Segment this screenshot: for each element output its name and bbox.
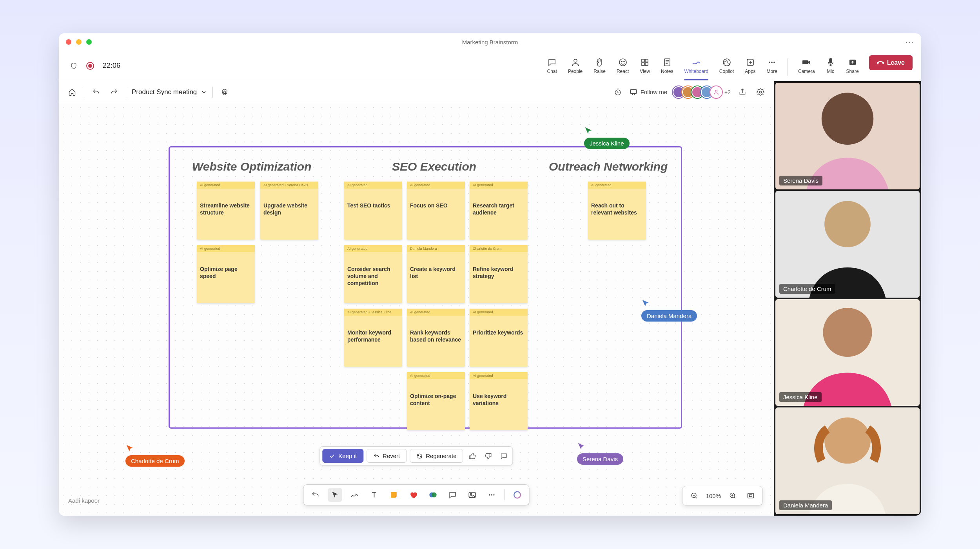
share-whiteboard-button[interactable] [736,86,749,98]
sticky-note[interactable]: AI generatedOptimize on-page content [407,372,465,430]
cursor-icon [584,127,593,135]
timer-button[interactable] [612,86,624,98]
leave-button[interactable]: Leave [869,55,913,70]
tool-undo-button[interactable] [309,488,323,502]
whiteboard-button[interactable]: Whiteboard [679,55,713,76]
sticky-note[interactable]: AI generatedStreamline website structure [197,182,255,240]
window-more-button[interactable]: ··· [905,38,914,47]
people-button[interactable]: People [563,55,588,76]
shield-icon[interactable] [67,60,80,72]
svg-point-13 [773,62,775,63]
tool-sticky-button[interactable] [387,488,401,502]
copilot-button[interactable]: Copilot [714,55,739,76]
chat-button[interactable]: Chat [542,55,563,76]
mic-button[interactable]: Mic [820,55,841,76]
svg-rect-7 [645,63,648,65]
sticky-note[interactable]: Charlotte de CrumRefine keyword strategy [470,245,528,303]
video-name-label: Jessica Kline [779,392,822,402]
avatar-overflow-count[interactable]: +2 [724,89,731,95]
apps-button[interactable]: Apps [739,55,761,76]
minimize-window-button[interactable] [76,39,82,45]
mic-label: Mic [827,69,834,74]
camera-button[interactable]: Camera [793,55,820,76]
keep-it-button[interactable]: Keep it [322,449,363,463]
whiteboard-tools [303,484,530,505]
sticky-note[interactable]: AI generatedReach out to relevant websit… [588,182,646,240]
video-name-label: Charlotte de Crum [779,284,835,294]
avatar[interactable] [710,86,722,98]
tool-reaction-button[interactable] [407,488,421,502]
svg-point-35 [824,201,871,247]
revert-button[interactable]: Revert [367,449,407,463]
raise-hand-button[interactable]: Raise [588,55,611,76]
participant-avatars[interactable]: +2 [673,86,731,98]
video-tile[interactable]: Charlotte de Crum [775,191,920,298]
tool-copilot-button[interactable] [510,488,524,502]
video-tile[interactable]: Jessica Kline [775,299,920,406]
view-button[interactable]: View [634,55,655,76]
tool-shape-button[interactable] [426,488,440,502]
sticky-note[interactable]: AI generated • Serena DavisUpgrade websi… [260,182,318,240]
sticky-note[interactable]: AI generatedFocus on SEO [407,182,465,240]
react-label: React [617,69,629,74]
whiteboard-title: Product Sync meeting [132,88,197,96]
tool-pen-button[interactable] [348,488,362,502]
zoom-out-button[interactable] [688,489,701,502]
undo-button[interactable] [90,86,102,98]
sticky-note[interactable]: AI generatedPrioritize keywords [470,309,528,367]
sticky-note[interactable]: Daniela ManderaCreate a keyword list [407,245,465,303]
tool-image-button[interactable] [465,488,479,502]
more-button[interactable]: More [761,55,783,76]
people-label: People [568,69,583,74]
video-tile[interactable]: Daniela Mandera [775,407,920,514]
apps-label: Apps [745,69,755,74]
column-title-a: Website Optimization [192,160,311,173]
board-owner-label: Aadi kapoor [68,497,100,504]
more-label: More [767,69,777,74]
sticky-note[interactable]: AI generatedConsider search volume and c… [344,245,402,303]
whiteboard-label: Whiteboard [684,69,708,74]
follow-me-button[interactable]: Follow me [630,88,667,96]
home-button[interactable] [66,86,78,98]
sticky-note[interactable]: AI generatedResearch target audience [470,182,528,240]
settings-button[interactable] [754,86,767,98]
lock-button[interactable] [218,86,231,98]
sticky-note[interactable]: AI generated • Jessica KlineMonitor keyw… [344,309,402,367]
whiteboard-title-dropdown[interactable]: Product Sync meeting [132,88,207,96]
fit-screen-button[interactable] [744,489,757,502]
svg-point-3 [624,61,624,62]
video-tile[interactable]: Serena Davis [775,83,920,189]
share-button[interactable]: Share [841,55,864,76]
maximize-window-button[interactable] [86,39,92,45]
tool-select-button[interactable] [328,488,342,502]
thumbs-up-button[interactable] [466,450,479,462]
sticky-note[interactable]: AI generatedUse keyword variations [470,372,528,430]
feedback-button[interactable] [498,450,510,462]
close-window-button[interactable] [66,39,71,45]
react-button[interactable]: React [611,55,634,76]
svg-point-24 [489,494,490,495]
cursor-icon [641,299,650,308]
zoom-in-button[interactable] [726,489,739,502]
remote-cursor-jessica: Jessica Kline [584,127,630,149]
sticky-note[interactable]: AI generatedRank keywords based on relev… [407,309,465,367]
whiteboard-canvas[interactable]: Website Optimization SEO Execution Outre… [59,103,774,516]
tool-more-button[interactable] [485,488,499,502]
thumbs-down-button[interactable] [482,450,495,462]
notes-button[interactable]: Notes [655,55,679,76]
svg-point-1 [619,59,626,66]
toolbar-separator [788,58,788,76]
tool-text-button[interactable] [367,488,381,502]
sticky-note[interactable]: AI generatedOptimize page speed [197,245,255,303]
svg-rect-17 [630,89,636,93]
presentation-icon [630,88,637,96]
svg-rect-14 [829,58,832,63]
app-window: Marketing Brainstorm ··· 22:06 Chat Peop… [59,33,921,516]
sticky-note[interactable]: AI generatedTest SEO tactics [344,182,402,240]
svg-point-37 [823,308,872,357]
tool-comment-button[interactable] [446,488,460,502]
remote-cursor-charlotte: Charlotte de Crum [125,444,185,467]
svg-point-19 [760,91,762,93]
regenerate-button[interactable]: Regenerate [410,449,463,463]
redo-button[interactable] [108,86,120,98]
